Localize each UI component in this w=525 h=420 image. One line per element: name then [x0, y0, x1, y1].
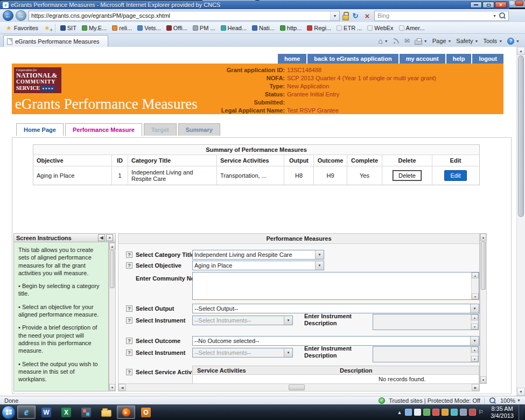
add-favorite-button[interactable]: ★ +: [41, 24, 53, 32]
scrollbar-thumb[interactable]: [481, 241, 486, 290]
taskbar-media-player[interactable]: ▸: [117, 405, 135, 419]
back-button[interactable]: ←: [3, 10, 13, 21]
tab-performance-measure[interactable]: Performance Measure: [65, 123, 142, 136]
textarea-scrollbar[interactable]: ▲ ▼: [471, 347, 478, 362]
nav-my-account-button[interactable]: my account: [400, 54, 445, 64]
refresh-button[interactable]: ↻: [351, 11, 360, 20]
community-need-textarea[interactable]: ▲ ▼: [192, 272, 479, 300]
scroll-up-icon[interactable]: ▲: [471, 314, 478, 320]
scrollbar-thumb[interactable]: [110, 250, 115, 288]
security-zone-text[interactable]: Trusted sites | Protected Mode: Off: [389, 397, 480, 404]
favorites-button[interactable]: ★ Favorites: [3, 24, 41, 32]
tray-icon[interactable]: [405, 409, 412, 416]
collapse-panel-button[interactable]: ◀: [98, 234, 105, 241]
favorites-item[interactable]: Head...: [218, 24, 249, 32]
search-dropdown-arrow-icon[interactable]: ▼: [491, 14, 498, 18]
page-scrollbar[interactable]: ▲ ▼: [516, 47, 525, 396]
taskbar-folder[interactable]: [97, 405, 115, 419]
search-input[interactable]: Bing ▼: [374, 11, 509, 21]
scroll-down-icon[interactable]: ▼: [480, 376, 486, 383]
url-field[interactable]: https://egrants.cns.gov/egrantsPM/page_s…: [29, 11, 340, 21]
favorites-item[interactable]: reli...: [109, 24, 135, 32]
taskbar-outlook[interactable]: O: [137, 405, 155, 419]
minimize-button[interactable]: [470, 2, 482, 8]
maximize-button[interactable]: [482, 2, 494, 8]
favorites-item[interactable]: WebEx: [365, 24, 396, 32]
scroll-down-icon[interactable]: ▼: [471, 324, 478, 330]
page-menu[interactable]: Page▼: [432, 38, 452, 44]
action-center-flag-icon[interactable]: ⚐: [478, 409, 484, 416]
nav-logout-button[interactable]: logout: [472, 54, 503, 64]
favorites-item[interactable]: Nati...: [249, 24, 277, 32]
objective-select[interactable]: Aging in Place ▼: [192, 261, 324, 270]
category-select[interactable]: Independent Living and Respite Care ▼: [192, 250, 324, 260]
tab-home-page[interactable]: Home Page: [16, 123, 64, 136]
scrollbar-thumb[interactable]: [518, 55, 524, 217]
scroll-down-icon[interactable]: ▼: [109, 384, 115, 391]
search-icon[interactable]: [498, 11, 506, 20]
tray-icon[interactable]: [460, 409, 467, 416]
tray-icon[interactable]: [414, 409, 421, 416]
favorites-item[interactable]: Amer...: [396, 24, 428, 32]
instrument-select-2[interactable]: --Select Instruments-- ▼: [192, 348, 293, 358]
zoom-control[interactable]: 100% ▼: [488, 396, 521, 405]
close-icon[interactable]: [515, 1, 523, 6]
output-select[interactable]: --Select Output-- ▼: [192, 304, 479, 313]
taskbar-word[interactable]: W: [37, 405, 55, 419]
help-icon[interactable]: ?: [126, 338, 132, 344]
url-dropdown-arrow-icon[interactable]: ▼: [330, 11, 339, 20]
textarea-scrollbar[interactable]: ▲ ▼: [471, 272, 479, 299]
taskbar-internet-explorer[interactable]: e: [17, 405, 36, 419]
security-lock-icon[interactable]: [342, 11, 348, 20]
tray-icon[interactable]: [432, 409, 439, 416]
favorites-item[interactable]: Offi...: [164, 24, 190, 32]
scroll-up-icon[interactable]: ▲: [517, 47, 525, 55]
home-button[interactable]: ⌂▼: [378, 38, 388, 44]
favorites-item[interactable]: Regi...: [304, 24, 334, 32]
forward-button[interactable]: →: [16, 10, 26, 21]
edit-button[interactable]: Edit: [444, 170, 467, 181]
textarea-scrollbar[interactable]: ▲ ▼: [471, 314, 478, 330]
outcome-select[interactable]: --No Outcome selected-- ▼: [192, 336, 479, 346]
help-icon[interactable]: ?: [126, 251, 132, 258]
help-menu[interactable]: ?▼: [507, 38, 520, 45]
favorites-item[interactable]: http...: [277, 24, 305, 32]
scroll-down-icon[interactable]: ▼: [471, 356, 478, 362]
help-icon[interactable]: ?: [126, 349, 132, 356]
feeds-button[interactable]: [393, 38, 400, 44]
help-icon[interactable]: ?: [126, 317, 132, 324]
help-icon[interactable]: ?: [126, 262, 132, 269]
favorites-item[interactable]: PM ...: [190, 24, 218, 32]
nav-help-button[interactable]: help: [446, 54, 472, 64]
scroll-up-icon[interactable]: ▲: [109, 243, 115, 250]
safety-menu[interactable]: Safety▼: [456, 38, 478, 44]
stop-button[interactable]: ×: [362, 11, 372, 20]
show-desktop-button[interactable]: [519, 404, 523, 420]
taskbar-clock[interactable]: 8:35 AM 3/4/2013: [487, 405, 517, 419]
instructions-scrollbar[interactable]: ▲ ▼: [109, 242, 116, 391]
favorites-item[interactable]: My.E...: [79, 24, 109, 32]
scroll-right-icon[interactable]: ▶: [472, 384, 479, 391]
scroll-up-icon[interactable]: ▲: [472, 272, 479, 278]
favorites-item[interactable]: SIT: [58, 24, 79, 32]
read-mail-button[interactable]: ✉: [404, 37, 410, 45]
close-panel-button[interactable]: ×: [106, 234, 113, 241]
tray-icon[interactable]: [451, 409, 458, 416]
form-horizontal-scrollbar[interactable]: ◀ ▶: [118, 383, 479, 391]
tray-icon[interactable]: [469, 409, 476, 416]
tab-target[interactable]: Target: [144, 123, 177, 136]
instrument-select-1[interactable]: --Select Instruments-- ▼: [192, 316, 293, 325]
close-button[interactable]: ×: [495, 2, 507, 8]
favorites-item[interactable]: Vets...: [135, 24, 164, 32]
scroll-up-icon[interactable]: ▲: [480, 234, 486, 241]
scroll-down-icon[interactable]: ▼: [472, 293, 479, 299]
instrument-description-textarea-1[interactable]: ▲ ▼: [373, 314, 479, 330]
tools-menu[interactable]: Tools▼: [483, 38, 502, 44]
scroll-left-icon[interactable]: ◀: [118, 384, 126, 391]
tab-summary[interactable]: Summary: [178, 123, 220, 136]
tray-icon[interactable]: [442, 409, 449, 416]
help-icon[interactable]: ?: [126, 369, 132, 375]
show-hidden-icons-button[interactable]: ▲: [396, 410, 403, 415]
favorites-item[interactable]: ETR ...: [334, 24, 365, 32]
instrument-description-textarea-2[interactable]: ▲ ▼: [373, 346, 479, 362]
